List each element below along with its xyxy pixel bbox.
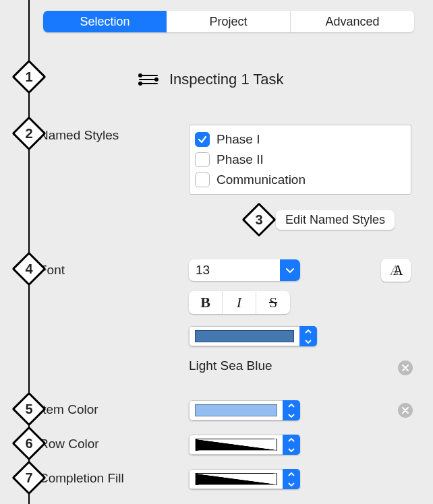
bold-button[interactable]: B [189,291,223,314]
tab-project[interactable]: Project [167,11,291,32]
svg-text:A: A [393,263,403,278]
named-style-row[interactable]: Phase II [195,150,405,170]
task-icon [138,72,158,87]
clear-font-color-button[interactable] [398,360,413,375]
callout-marker-1: 1 [17,65,41,89]
named-styles-list: Phase I Phase II Communication [189,125,411,195]
named-style-label: Communication [216,172,306,187]
label-row-color: Row Color [39,437,99,451]
tab-advanced[interactable]: Advanced [291,11,414,32]
font-color-name: Light Sea Blue [189,358,272,373]
font-size-combo[interactable]: 13 [189,259,300,281]
named-style-row[interactable]: Communication [195,170,405,190]
chevron-down-icon[interactable] [280,259,300,281]
callout-marker-5: 5 [17,397,41,421]
label-item-color: Item Color [39,402,98,417]
stepper-icon[interactable] [283,400,300,420]
callout-marker-7: 7 [17,466,41,490]
font-color-well[interactable] [189,326,317,346]
label-completion-fill: Completion Fill [39,471,124,486]
stepper-icon[interactable] [283,469,300,489]
font-size-value: 13 [189,259,280,281]
item-color-well[interactable] [189,400,300,420]
edit-named-styles-button[interactable]: Edit Named Styles [276,210,395,230]
inspecting-header: Inspecting 1 Task [138,71,284,88]
svg-point-1 [139,74,142,77]
font-color-swatch [195,330,294,342]
svg-point-3 [155,78,158,81]
text-style-group: B I S [189,291,290,314]
tab-selection[interactable]: Selection [43,11,167,32]
named-style-label: Phase II [216,152,264,167]
strikethrough-button[interactable]: S [256,291,290,314]
clear-item-color-button[interactable] [398,403,413,418]
stepper-icon[interactable] [283,435,300,455]
completion-fill-well[interactable] [189,469,300,489]
named-style-row[interactable]: Phase I [195,129,405,150]
font-picker-button[interactable]: A A [381,259,411,282]
completion-fill-swatch [195,473,277,485]
checkbox-icon[interactable] [195,132,210,147]
svg-point-5 [139,82,142,85]
callout-marker-2: 2 [17,121,41,146]
label-named-styles: Named Styles [39,128,119,143]
inspecting-title: Inspecting 1 Task [169,71,284,88]
item-color-swatch [195,404,277,416]
named-style-label: Phase I [216,132,260,147]
callout-marker-6: 6 [17,431,41,455]
row-color-swatch [195,439,277,451]
checkbox-icon[interactable] [195,172,210,187]
stepper-icon[interactable] [299,326,317,346]
italic-button[interactable]: I [223,291,256,314]
row-color-well[interactable] [189,435,300,455]
checkbox-icon[interactable] [195,152,210,167]
callout-marker-3: 3 [247,208,271,232]
inspector-tabs: Selection Project Advanced [43,11,414,32]
callout-marker-4: 4 [17,257,41,281]
